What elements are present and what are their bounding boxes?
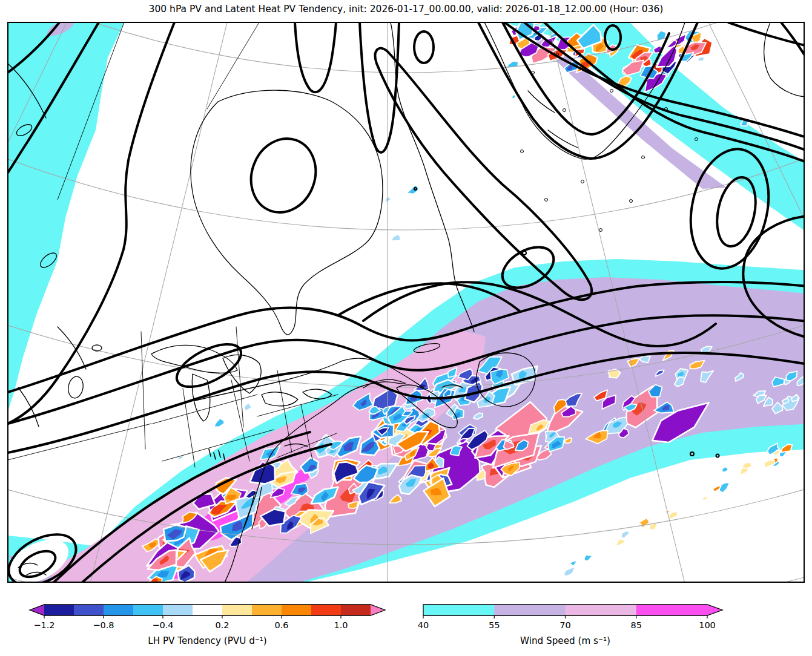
lh-speckle bbox=[159, 586, 174, 605]
wind-speed-shading bbox=[1, 17, 812, 593]
colorbar-segment bbox=[566, 605, 637, 615]
st-lawrence-river bbox=[195, 361, 343, 401]
lh-speckle bbox=[702, 496, 707, 501]
colorbar-over-arrow bbox=[707, 605, 722, 615]
lh-speckle-core bbox=[160, 588, 170, 597]
colorbar-tick-label: 0.6 bbox=[274, 620, 288, 630]
map-graphic bbox=[141, 332, 145, 449]
map-graphic bbox=[521, 150, 524, 153]
lh-speckle-core bbox=[188, 588, 194, 592]
colorbar-segment bbox=[494, 605, 566, 615]
colorbar-tick-label: 1.0 bbox=[334, 620, 348, 630]
colorbar-segment bbox=[44, 605, 74, 615]
lh-speckle bbox=[244, 402, 253, 411]
colorbar-segment bbox=[163, 605, 193, 615]
weather-figure: 300 hPa PV and Latent Heat PV Tendency, … bbox=[0, 0, 812, 656]
lh-speckle bbox=[569, 560, 576, 566]
map-graphic bbox=[642, 156, 645, 159]
figure-canvas: −1.2−0.8−0.40.20.61.0LH PV Tendency (PVU… bbox=[0, 0, 812, 656]
lh-speckle bbox=[639, 518, 649, 528]
colorbar-tick-label: 40 bbox=[418, 620, 429, 630]
colorbar-tick-label: 85 bbox=[631, 620, 642, 630]
map-graphic bbox=[8, 424, 151, 460]
lh-speckle bbox=[163, 591, 176, 599]
colorbar-segment bbox=[311, 605, 342, 615]
lh-speckle bbox=[657, 30, 667, 41]
lh-speckle-core bbox=[169, 592, 182, 603]
colorbar-over-arrow bbox=[371, 605, 385, 615]
pv-small-ring bbox=[414, 31, 434, 63]
map-graphic bbox=[545, 198, 548, 202]
pv-hairpin bbox=[295, 22, 336, 92]
lh-colorbar: −1.2−0.8−0.40.20.61.0LH PV Tendency (PVU… bbox=[30, 605, 385, 646]
colorbar-segment bbox=[636, 605, 708, 615]
lh-speckle bbox=[564, 567, 575, 577]
map-canvas bbox=[0, 0, 812, 629]
lh-speckle bbox=[406, 185, 420, 194]
colorbar-segment bbox=[104, 605, 134, 615]
lh-speckle bbox=[722, 467, 728, 472]
lake-superior bbox=[151, 345, 237, 373]
colorbar-axis-label: Wind Speed (m s⁻¹) bbox=[520, 635, 610, 646]
colorbar-tick-label: 100 bbox=[699, 620, 716, 630]
map-graphic bbox=[610, 90, 613, 93]
lh-speckle bbox=[385, 196, 391, 202]
iceland-coast bbox=[764, 22, 812, 97]
colorbar-segment bbox=[133, 605, 163, 615]
colorbar-tick-label: −1.2 bbox=[33, 620, 54, 630]
pv-closed-ring bbox=[241, 130, 326, 221]
lh-speckle bbox=[616, 539, 626, 546]
lh-speckle bbox=[698, 57, 704, 62]
lake-erie bbox=[262, 392, 298, 406]
lh-speckle bbox=[391, 234, 400, 241]
map-graphic bbox=[581, 180, 584, 183]
map-graphic bbox=[599, 229, 602, 232]
lh-speckle bbox=[214, 418, 225, 427]
lh-speckle-core bbox=[165, 591, 174, 597]
wind-colorbar: 40557085100Wind Speed (m s⁻¹) bbox=[418, 605, 722, 646]
colorbar-segment bbox=[252, 605, 282, 615]
map-graphic bbox=[630, 200, 633, 203]
lh-speckle bbox=[621, 531, 630, 538]
colorbar-tick-label: 55 bbox=[489, 620, 500, 630]
chart-title: 300 hPa PV and Latent Heat PV Tendency, … bbox=[0, 4, 812, 15]
colorbar-tick-label: 0.2 bbox=[215, 620, 229, 630]
lh-speckle bbox=[764, 460, 775, 468]
wind-band-40-northwest bbox=[8, 22, 124, 412]
colorbar-tick-label: −0.8 bbox=[93, 620, 114, 630]
colorbar-tick-label: −0.4 bbox=[152, 620, 173, 630]
map-graphic bbox=[563, 109, 566, 112]
colorbar-segment bbox=[282, 605, 312, 615]
colorbar-under-arrow bbox=[30, 605, 44, 615]
colorbar-segment bbox=[341, 605, 371, 615]
colorbar-axis-label: LH PV Tendency (PVU d⁻¹) bbox=[148, 635, 267, 646]
colorbar-tick-label: 70 bbox=[559, 620, 570, 630]
lh-speckle bbox=[584, 555, 593, 561]
colorbar-segment bbox=[193, 605, 223, 615]
pv-corner-line bbox=[781, 22, 812, 68]
pacific-island bbox=[67, 375, 85, 399]
colorbar-segment bbox=[423, 605, 495, 615]
lh-speckle bbox=[183, 585, 196, 596]
colorbar-segment bbox=[222, 605, 253, 615]
lh-speckle bbox=[741, 468, 750, 475]
pv-corner-line bbox=[728, 22, 812, 47]
lh-speckle bbox=[512, 95, 516, 99]
colorbar-segment bbox=[74, 605, 104, 615]
lh-speckle-core bbox=[530, 15, 540, 22]
pacific-coast bbox=[58, 327, 86, 369]
